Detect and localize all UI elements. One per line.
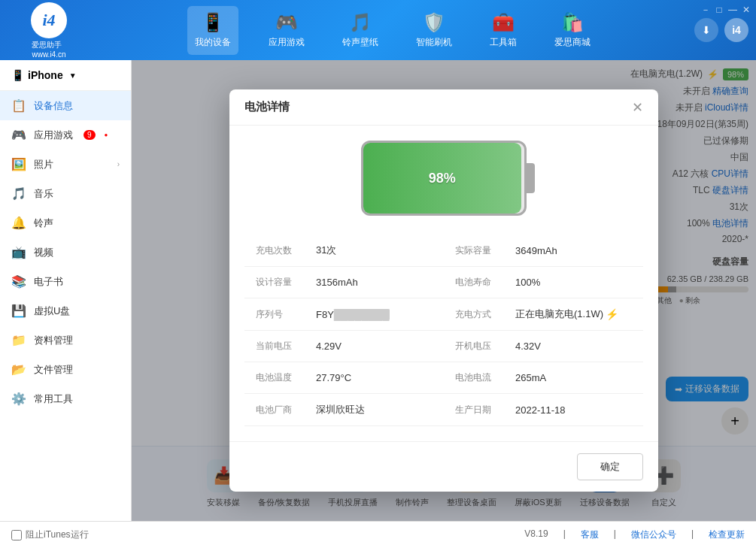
sidebar-item-tools[interactable]: ⚙️ 常用工具 <box>0 384 131 413</box>
apps-badge: 9 <box>83 130 96 140</box>
itunes-checkbox[interactable] <box>11 530 22 540</box>
sidebar-item-udisk[interactable]: 💾 虚拟U盘 <box>0 296 131 325</box>
window-controls: － □ — ✕ <box>700 5 751 15</box>
divider3: | <box>691 528 694 541</box>
restore-button[interactable]: — <box>727 5 738 15</box>
video-icon: 📺 <box>11 245 26 259</box>
itunes-control: 阻止iTunes运行 <box>11 528 89 541</box>
app-header: i4 爱思助手www.i4.cn 📱 我的设备 🎮 应用游戏 🎵 铃声壁纸 🛡️… <box>0 0 756 60</box>
close-button[interactable]: ✕ <box>741 5 751 15</box>
apps-badge-dot: ● <box>105 132 108 138</box>
chevron-down-icon: ▼ <box>69 71 77 80</box>
photos-icon: 🖼️ <box>11 157 26 171</box>
device-icon: 📱 <box>202 12 224 33</box>
sidebar-item-music[interactable]: 🎵 音乐 <box>0 179 131 208</box>
itunes-label: 阻止iTunes运行 <box>26 528 89 541</box>
flash-icon: 🛡️ <box>423 12 445 33</box>
battery-health-field: 电池寿命 100% <box>444 267 643 298</box>
nav-item-flash[interactable]: 🛡️ 智能刷机 <box>408 6 460 55</box>
user-button[interactable]: i4 <box>724 18 748 42</box>
iphone-icon: 📱 <box>11 69 24 81</box>
sidebar-item-ringtone[interactable]: 🔔 铃声 <box>0 208 131 238</box>
modal-title: 电池详情 <box>244 100 290 114</box>
nav-item-my-device[interactable]: 📱 我的设备 <box>187 6 238 55</box>
battery-vendor-field: 电池厂商 深圳欣旺达 <box>244 394 444 426</box>
confirm-button[interactable]: 确定 <box>577 453 643 480</box>
update-link[interactable]: 检查更新 <box>709 528 745 541</box>
sidebar-item-ebook[interactable]: 📚 电子书 <box>0 267 131 296</box>
battery-terminal <box>526 163 535 193</box>
logo-text: 爱思助手www.i4.cn <box>32 40 65 59</box>
actual-capacity-field: 实际容量 3649mAh <box>444 235 643 267</box>
nav-bar: 📱 我的设备 🎮 应用游戏 🎵 铃声壁纸 🛡️ 智能刷机 🧰 工具箱 🛍️ 爱思… <box>90 6 694 55</box>
apps-sidebar-icon: 🎮 <box>11 128 26 142</box>
sidebar-item-files[interactable]: 📂 文件管理 <box>0 355 131 384</box>
device-info-icon: 📋 <box>11 98 26 113</box>
wechat-link[interactable]: 微信公众号 <box>631 528 676 541</box>
nav-item-ringtones[interactable]: 🎵 铃声壁纸 <box>335 6 386 55</box>
ringtone-icon: 🔔 <box>11 216 26 230</box>
ebook-icon: 📚 <box>11 274 26 289</box>
logo-icon: i4 <box>31 2 67 38</box>
download-button[interactable]: ⬇ <box>694 18 718 42</box>
nav-item-apps[interactable]: 🎮 应用游戏 <box>261 6 312 55</box>
content-area: 在电脑充电(1.2W) ⚡ 98% 未开启 精确查询 未开启 iCloud详情 … <box>132 60 756 521</box>
sidebar-item-apps[interactable]: 🎮 应用游戏 9 ● <box>0 120 131 150</box>
main-layout: 📱 iPhone ▼ 📋 设备信息 🎮 应用游戏 9 ● 🖼️ 照片 › 🎵 音… <box>0 60 756 521</box>
divider1: | <box>563 528 566 541</box>
nav-item-store[interactable]: 🛍️ 爱思商城 <box>547 6 598 55</box>
photos-arrow-icon: › <box>117 160 120 168</box>
charge-lightning-icon: ⚡ <box>606 308 618 320</box>
service-link[interactable]: 客服 <box>581 528 599 541</box>
design-capacity-field: 设计容量 3156mAh <box>244 267 444 298</box>
battery-visual: 98% <box>244 141 643 216</box>
app-logo: i4 爱思助手www.i4.cn <box>8 2 90 59</box>
nav-item-toolbox[interactable]: 🧰 工具箱 <box>482 6 524 55</box>
current-voltage-field: 当前电压 4.29V <box>244 331 444 362</box>
music-icon: 🎵 <box>11 186 26 201</box>
sidebar-item-video[interactable]: 📺 视频 <box>0 238 131 267</box>
charge-method-field: 充电方式 正在电脑充电(1.1W) ⚡ <box>444 298 643 331</box>
minimize-button[interactable]: － <box>700 5 711 15</box>
modal-overlay: 电池详情 ✕ 98% <box>132 60 756 521</box>
maximize-button[interactable]: □ <box>714 5 724 15</box>
battery-temp-field: 电池温度 27.79°C <box>244 362 444 394</box>
battery-fill: 98% <box>363 143 521 213</box>
tools-icon: ⚙️ <box>11 392 26 406</box>
apps-icon: 🎮 <box>275 12 298 33</box>
files-icon: 📂 <box>11 362 26 377</box>
battery-outer: 98% <box>361 141 527 216</box>
modal-header: 电池详情 ✕ <box>229 89 658 126</box>
store-icon: 🛍️ <box>561 12 584 33</box>
battery-info-grid: 充电次数 31次 实际容量 3649mAh 设计容量 3156mAh <box>244 235 643 426</box>
sidebar-item-photos[interactable]: 🖼️ 照片 › <box>0 150 131 179</box>
sidebar: 📱 iPhone ▼ 📋 设备信息 🎮 应用游戏 9 ● 🖼️ 照片 › 🎵 音… <box>0 60 132 521</box>
toolbox-icon: 🧰 <box>492 12 515 33</box>
boot-voltage-field: 开机电压 4.32V <box>444 331 643 362</box>
divider2: | <box>614 528 616 541</box>
charge-count-field: 充电次数 31次 <box>244 235 444 267</box>
version-label: V8.19 <box>524 528 548 541</box>
sidebar-item-data[interactable]: 📁 资料管理 <box>0 325 131 355</box>
ringtones-icon: 🎵 <box>349 12 372 33</box>
status-bar: 阻止iTunes运行 V8.19 | 客服 | 微信公众号 | 检查更新 <box>0 521 756 548</box>
battery-current-field: 电池电流 265mA <box>444 362 643 394</box>
udisk-icon: 💾 <box>11 304 26 318</box>
data-icon: 📁 <box>11 333 26 347</box>
battery-detail-modal: 电池详情 ✕ 98% <box>229 89 658 492</box>
device-selector[interactable]: 📱 iPhone ▼ <box>0 60 131 91</box>
production-date-field: 生产日期 2022-11-18 <box>444 394 643 426</box>
header-actions: ⬇ i4 <box>694 18 748 42</box>
battery-percent-text: 98% <box>429 171 456 186</box>
serial-number-field: 序列号 F8Y████████ <box>244 298 444 331</box>
modal-close-button[interactable]: ✕ <box>632 101 643 114</box>
statusbar-right: V8.19 | 客服 | 微信公众号 | 检查更新 <box>524 528 745 541</box>
sidebar-item-device-info[interactable]: 📋 设备信息 <box>0 91 131 120</box>
modal-body: 98% 充电次数 31次 实际容量 <box>229 126 658 441</box>
modal-footer: 确定 <box>229 441 658 492</box>
